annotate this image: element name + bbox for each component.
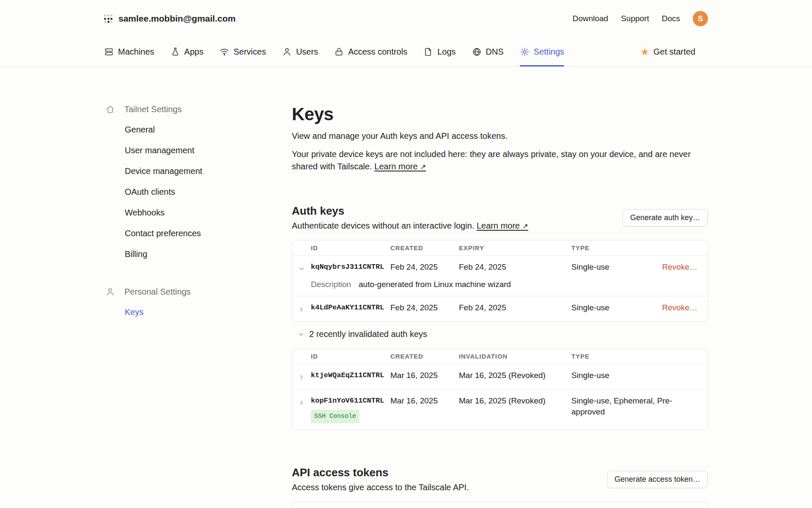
generate-auth-key-button[interactable]: Generate auth key… (623, 209, 708, 226)
invalidated-keys-table-header: ID CREATED INVALIDATION TYPE (292, 349, 708, 364)
tab-dns[interactable]: DNS (472, 37, 504, 66)
revoke-link[interactable]: Revoke… (662, 302, 697, 313)
services-icon (219, 47, 229, 57)
tab-label: Users (296, 47, 318, 57)
key-type: Single-use, Ephemeral, Pre-approved (571, 395, 697, 417)
gear-icon (520, 47, 529, 57)
auth-keys-heading: Auth keys (292, 204, 528, 218)
external-link-icon: ↗ (420, 163, 426, 171)
users-icon (282, 47, 292, 57)
revoke-link[interactable]: Revoke… (662, 262, 697, 273)
main-content: Keys View and manage your Auth keys and … (292, 104, 708, 508)
header-links: Download Support Docs S (573, 11, 708, 26)
machines-icon (104, 47, 114, 57)
key-created: Feb 24, 2025 (390, 262, 459, 273)
star-icon (640, 47, 649, 56)
key-type: Single-use (571, 302, 662, 313)
sidebar-item-contact-preferences[interactable]: Contact preferences (104, 223, 292, 244)
key-description-row: Description auto-generated from Linux ma… (311, 280, 697, 289)
sidebar-item-webhooks[interactable]: Webhooks (104, 202, 292, 223)
personal-settings-section: Personal Settings Keys (104, 287, 292, 323)
auth-key-row[interactable]: k4LdPeAaKY11CNTRL Feb 24, 2025 Feb 24, 2… (292, 296, 708, 321)
docs-link[interactable]: Docs (662, 14, 680, 23)
personal-settings-header: Personal Settings (104, 287, 292, 297)
key-type: Single-use (571, 262, 662, 273)
brand: samlee.mobbin@gmail.com (104, 14, 236, 24)
tab-machines[interactable]: Machines (104, 37, 154, 66)
chevron-down-icon[interactable] (298, 264, 305, 275)
invalidated-keys-toggle-label: 2 recently invalidated auth keys (309, 329, 427, 339)
globe-icon (472, 47, 482, 57)
chevron-right-icon[interactable] (298, 304, 305, 315)
key-expiry: Feb 24, 2025 (459, 262, 571, 273)
tab-label: Access controls (348, 47, 407, 57)
sidebar-item-billing[interactable]: Billing (104, 244, 292, 265)
key-id: k4LdPeAaKY11CNTRL (311, 302, 384, 313)
personal-settings-title: Personal Settings (124, 287, 191, 297)
key-created: Mar 16, 2025 (390, 370, 459, 381)
key-id: ktjeWQaEqZ11CNTRL (311, 370, 384, 381)
description-label: Description (311, 280, 351, 289)
key-invalidation: Mar 16, 2025 (Revoked) (459, 370, 571, 381)
person-icon (105, 287, 115, 297)
auth-keys-header: Auth keys Authenticate devices without a… (292, 204, 528, 231)
sidebar-item-keys[interactable]: Keys (104, 302, 292, 323)
settings-sidebar: Tailnet Settings General User management… (104, 104, 292, 508)
apps-icon (170, 47, 180, 57)
get-started-button[interactable]: Get started (640, 37, 695, 66)
generate-access-token-button[interactable]: Generate access token… (607, 471, 708, 488)
tab-label: Logs (437, 47, 455, 57)
key-invalidation: Mar 16, 2025 (Revoked) (459, 395, 571, 406)
download-link[interactable]: Download (573, 14, 609, 23)
sidebar-item-general[interactable]: General (104, 119, 292, 140)
privacy-note: Your private device keys are not include… (292, 148, 708, 173)
learn-more-label: Learn more (477, 221, 520, 230)
auth-keys-table-header: ID CREATED EXPIRY TYPE (292, 240, 708, 256)
sidebar-item-device-management[interactable]: Device management (104, 161, 292, 182)
avatar[interactable]: S (693, 11, 708, 26)
tab-label: DNS (486, 47, 504, 57)
home-icon (105, 105, 115, 114)
tab-label: Apps (184, 47, 204, 57)
lock-icon (334, 47, 344, 57)
column-header-invalidation: INVALIDATION (459, 353, 571, 360)
auth-keys-description-text: Authenticate devices without an interact… (292, 221, 474, 230)
auth-key-row[interactable]: kqNqybrsJ311CNTRL Feb 24, 2025 Feb 24, 2… (292, 256, 708, 296)
external-link-icon: ↗ (522, 222, 528, 230)
column-header-type: TYPE (571, 353, 697, 360)
column-header-created: CREATED (390, 244, 459, 251)
invalidated-key-row[interactable]: kopF1nYoV611CNTRL SSH Console Mar 16, 20… (292, 389, 708, 429)
tailnet-settings-title: Tailnet Settings (124, 105, 182, 114)
api-tokens-table (292, 502, 708, 508)
tab-users[interactable]: Users (282, 37, 318, 66)
support-link[interactable]: Support (621, 14, 649, 23)
tailscale-logo-icon[interactable] (104, 14, 112, 23)
tab-settings[interactable]: Settings (520, 37, 564, 66)
key-id: kopF1nYoV611CNTRL (311, 395, 384, 406)
logs-icon (423, 47, 433, 57)
ssh-console-badge: SSH Console (311, 410, 359, 423)
top-bar: samlee.mobbin@gmail.com Download Support… (0, 0, 812, 37)
key-created: Mar 16, 2025 (390, 395, 459, 406)
main-nav: Machines Apps Services Users Access cont… (0, 37, 812, 67)
api-tokens-section: API access tokens Access tokens give acc… (292, 466, 708, 508)
privacy-learn-more-link[interactable]: Learn more ↗ (374, 162, 426, 171)
tab-access-controls[interactable]: Access controls (334, 37, 407, 66)
column-header-id: ID (311, 244, 390, 251)
sidebar-item-oauth-clients[interactable]: OAuth clients (104, 182, 292, 202)
invalidated-key-row[interactable]: ktjeWQaEqZ11CNTRL Mar 16, 2025 Mar 16, 2… (292, 364, 708, 389)
page-intro: View and manage your Auth keys and API a… (292, 130, 708, 142)
sidebar-item-user-management[interactable]: User management (104, 140, 292, 161)
chevron-right-icon[interactable] (298, 398, 305, 409)
tab-apps[interactable]: Apps (170, 37, 204, 66)
column-header-type: TYPE (571, 244, 697, 251)
api-tokens-header: API access tokens Access tokens give acc… (292, 466, 469, 492)
chevron-right-icon[interactable] (298, 372, 305, 383)
tab-services[interactable]: Services (219, 37, 266, 66)
invalidated-keys-toggle[interactable]: 2 recently invalidated auth keys (298, 329, 708, 339)
auth-keys-learn-more-link[interactable]: Learn more ↗ (477, 221, 528, 230)
invalidated-keys-table: ID CREATED INVALIDATION TYPE ktjeWQaEqZ1… (292, 348, 708, 430)
account-email: samlee.mobbin@gmail.com (118, 14, 236, 24)
tab-logs[interactable]: Logs (423, 37, 455, 66)
key-id: kqNqybrsJ311CNTRL (311, 262, 384, 273)
